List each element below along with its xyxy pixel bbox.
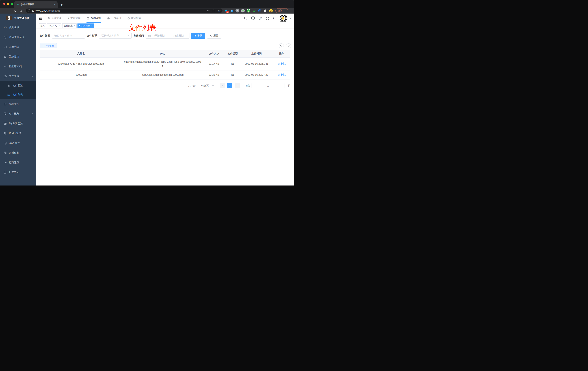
url-bar[interactable]: i 127.0.0.1:1024/infra/file/file ☆ — [26, 9, 222, 13]
page-content: 文件路径 文件类型 请选择文件类型 创建时间 开始日期 - 结束日期 — [36, 28, 294, 186]
extension-y-icon[interactable]: y — [247, 9, 250, 12]
extension-lens-icon[interactable] — [258, 9, 262, 12]
sidebar-item-file-config[interactable]: 文件配置 — [0, 81, 36, 90]
extension-diamond-icon[interactable]: 11 — [224, 9, 228, 12]
extension-command-icon[interactable]: ⌘ — [235, 9, 239, 12]
top-navbar: 系统管理 ¥ 支付管理 基础设施 工作流程 统计报表 — [36, 13, 294, 23]
col-actions: 操作 — [273, 50, 290, 57]
cell-upload-time: 2022-03-16 23:51:41 — [240, 57, 273, 70]
extension-kite-icon[interactable] — [230, 9, 233, 12]
tag-file-config[interactable]: 文件配置 × — [62, 23, 77, 28]
reload-icon[interactable] — [14, 9, 17, 12]
cell-url: http://test.yudao.iocoder.cn/1000.jpeg — [122, 70, 203, 79]
col-file-name: 文件名 — [40, 50, 122, 57]
help-icon[interactable]: ? — [259, 17, 262, 20]
cloud-download-icon — [4, 75, 7, 78]
chrome-menu-icon[interactable]: ⋮ — [284, 9, 286, 12]
reset-button[interactable]: 重置 — [207, 33, 221, 39]
date-range-picker[interactable]: 开始日期 - 结束日期 — [146, 33, 189, 39]
close-window-button[interactable] — [3, 3, 5, 5]
github-icon[interactable] — [251, 16, 255, 20]
extensions-puzzle-icon[interactable] — [263, 9, 267, 12]
delete-button[interactable]: 删除 — [278, 73, 286, 77]
delete-button[interactable]: 删除 — [278, 62, 286, 66]
close-icon[interactable]: × — [91, 25, 93, 27]
url-text[interactable]: 127.0.0.1:1024/infra/file/file — [32, 9, 207, 12]
sidebar-item-file-list[interactable]: 文件列表 — [0, 90, 36, 99]
database-grid-icon — [4, 65, 7, 68]
cell-url: http://test.yudao.iocoder.cn/a294ecb2-73… — [122, 57, 203, 70]
col-file-size: 文件大小 — [203, 50, 225, 57]
minimize-window-button[interactable] — [7, 3, 9, 5]
tab-report[interactable]: 统计报表 — [127, 13, 142, 23]
current-page[interactable]: 1 — [227, 83, 232, 88]
sidebar-item-log-center[interactable]: 日志中心 — [0, 168, 36, 177]
browser-tab[interactable]: 芋道管理系统 × — [14, 1, 58, 8]
share-icon[interactable] — [212, 9, 215, 12]
sidebar-item-mysql-monitor[interactable]: MySQL 监控 — [0, 119, 36, 128]
shield-check-icon — [4, 36, 7, 39]
sidebar-item-cron-job[interactable]: 定时任务 — [0, 148, 36, 158]
browser-window: 芋道管理系统 × + ← → i 127.0.0.1:1024/infra/fi… — [0, 0, 294, 186]
search-icon[interactable] — [244, 17, 247, 20]
sidebar-item-form-builder[interactable]: 表单构建 — [0, 42, 36, 52]
end-date-placeholder[interactable]: 结束日期 — [170, 34, 187, 37]
home-icon[interactable] — [20, 9, 22, 12]
page-size-select[interactable]: 10条/页 — [199, 83, 215, 88]
file-path-input[interactable] — [52, 33, 85, 39]
tab-system-manage[interactable]: 系统管理 — [47, 13, 62, 23]
back-icon[interactable]: ← — [2, 9, 5, 12]
site-info-icon[interactable]: i — [28, 9, 30, 12]
url-host: 127.0.0.1:1024 — [32, 9, 48, 12]
close-icon[interactable]: × — [59, 25, 60, 27]
sidebar-item-java-monitor[interactable]: Java 监控 — [0, 138, 36, 148]
profile-avatar-emoji[interactable] — [269, 9, 273, 12]
search-button[interactable]: 搜索 — [191, 33, 205, 39]
sidebar-toggle-icon[interactable] — [39, 17, 42, 20]
active-tag-dot — [79, 25, 80, 26]
tag-profile[interactable]: 个人中心 × — [47, 23, 61, 28]
zoom-window-button[interactable] — [11, 3, 13, 5]
sidebar-item-code-gen[interactable]: </> 代码生成 — [0, 22, 36, 32]
extension-star-icon[interactable] — [252, 9, 256, 12]
url-path: /infra/file/file — [48, 9, 60, 12]
sidebar-item-redis-monitor[interactable]: Redis 监控 — [0, 128, 36, 138]
sidebar-item-config-manage[interactable]: 配置管理 — [0, 99, 36, 109]
avatar-caret-icon[interactable] — [290, 18, 291, 19]
tag-home[interactable]: 首页 — [39, 23, 46, 28]
bookmark-star-icon[interactable]: ☆ — [218, 9, 221, 13]
code-icon: </> — [4, 26, 7, 29]
sidebar-item-db-doc[interactable]: 数据库文档 — [0, 62, 36, 71]
close-icon[interactable]: × — [74, 25, 75, 27]
fullscreen-icon[interactable] — [266, 17, 269, 20]
total-count: 共 2 条 — [188, 84, 196, 87]
tab-infrastructure[interactable]: 基础设施 — [86, 13, 101, 23]
tag-file-list[interactable]: 文件列表 × — [77, 23, 94, 28]
goto-page-input[interactable] — [252, 83, 284, 88]
sidebar-logo[interactable]: 芋道管理系统 — [0, 13, 36, 22]
text-size-icon[interactable]: TT — [273, 16, 276, 20]
tab-close-icon[interactable]: × — [54, 3, 55, 6]
sidebar-item-api-log[interactable]: API 日志 — [0, 109, 36, 119]
password-key-icon[interactable] — [207, 9, 210, 12]
tab-pay-manage[interactable]: ¥ 支付管理 — [67, 13, 81, 23]
cell-file-name: a294ecb2-73dd-4353-bf40-296b8931d0bf — [40, 57, 122, 70]
tab-workflow[interactable]: 工作流程 — [107, 13, 121, 23]
upload-file-button[interactable]: + 上传文件 — [40, 43, 57, 48]
next-page-button[interactable]: › — [235, 83, 240, 88]
yen-icon: ¥ — [68, 17, 69, 20]
new-tab-button[interactable]: + — [61, 3, 63, 7]
extension-record-icon[interactable] — [241, 9, 245, 12]
extensions-row: 11 ⌘ y 更新 ⋮ — [224, 8, 288, 13]
chevron-down-icon — [128, 34, 130, 36]
avatar[interactable] — [280, 15, 287, 22]
chrome-update-button[interactable]: 更新 ⋮ — [275, 8, 288, 13]
show-search-button[interactable] — [279, 43, 284, 48]
start-date-placeholder[interactable]: 开始日期 — [151, 34, 168, 37]
sidebar-item-file-manage[interactable]: 文件管理 — [0, 71, 36, 81]
sidebar-item-system-api[interactable]: 系统接口 — [0, 52, 36, 62]
sidebar-item-trace[interactable]: 链路追踪 — [0, 158, 36, 168]
file-type-select[interactable]: 请选择文件类型 — [99, 33, 132, 39]
refresh-button[interactable] — [286, 43, 291, 48]
sidebar-item-code-gen-demo[interactable]: 代码生成示例 — [0, 32, 36, 42]
